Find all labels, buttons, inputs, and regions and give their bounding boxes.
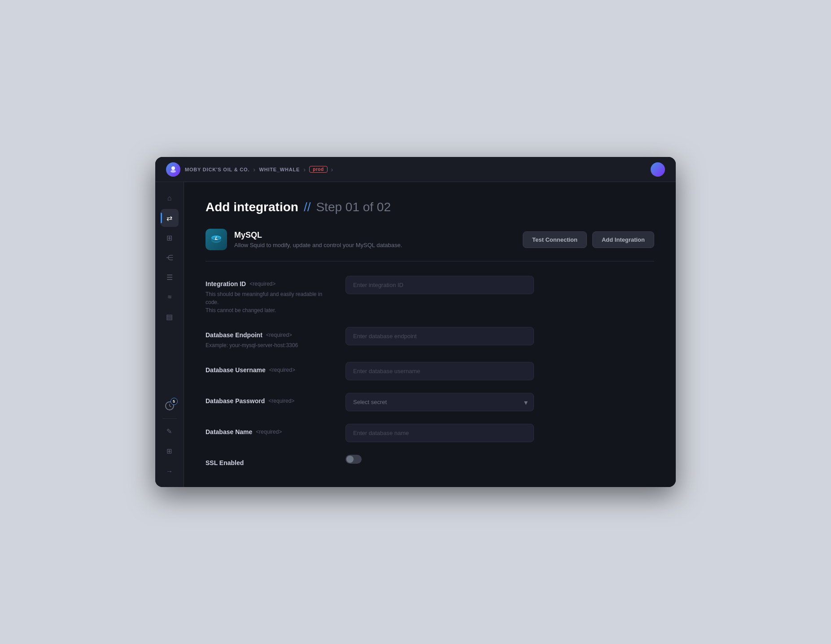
settings-icon: ⊞ xyxy=(166,447,172,455)
logo-icon xyxy=(166,162,180,177)
sidebar-divider xyxy=(162,418,177,419)
database-username-input[interactable] xyxy=(346,362,534,380)
label-text-ssl-enabled: SSL Enabled xyxy=(206,459,244,466)
form-row-integration-id: Integration ID <required> This should be… xyxy=(206,276,654,314)
database-endpoint-input[interactable] xyxy=(346,327,534,345)
form-input-col-database-name xyxy=(346,424,654,442)
form-hint-integration-id: This should be meaningful and easily rea… xyxy=(206,290,331,314)
database-name-input[interactable] xyxy=(346,424,534,442)
sidebar: ⌂ ⇄ ⊞ ⋲ ☰ ≋ ▤ xyxy=(155,182,184,487)
form-label-database-endpoint: Database Endpoint <required> xyxy=(206,331,331,339)
breadcrumb: MOBY DICK'S OIL & CO. › WHITE_WHALE › pr… xyxy=(185,166,333,173)
main-content: Add integration // Step 01 of 02 xyxy=(184,182,676,487)
form-label-col-ssl-enabled: SSL Enabled xyxy=(206,455,331,469)
grid-icon: ⊞ xyxy=(166,234,172,242)
sidebar-item-list[interactable]: ☰ xyxy=(161,268,179,286)
ssl-toggle[interactable] xyxy=(346,455,654,464)
page-title: Add integration // Step 01 of 02 xyxy=(206,200,654,214)
form-row-database-username: Database Username <required> xyxy=(206,362,654,380)
breadcrumb-env-badge[interactable]: prod xyxy=(309,166,327,173)
label-text-integration-id: Integration ID xyxy=(206,280,246,287)
required-tag-database-password: <required> xyxy=(268,398,294,404)
sidebar-item-grid[interactable]: ⊞ xyxy=(161,229,179,247)
integration-info: MySQL Allow Squid to modify, update and … xyxy=(206,229,402,250)
sidebar-item-home[interactable]: ⌂ xyxy=(161,189,179,207)
form-label-col-database-endpoint: Database Endpoint <required> Example: yo… xyxy=(206,327,331,349)
form-label-database-username: Database Username <required> xyxy=(206,366,331,374)
required-tag-integration-id: <required> xyxy=(249,281,276,287)
breadcrumb-project: WHITE_WHALE xyxy=(259,167,300,172)
form-label-col-database-name: Database Name <required> xyxy=(206,424,331,438)
form-hint-database-endpoint: Example: your-mysql-server-host:3306 xyxy=(206,341,331,349)
integration-id-input[interactable] xyxy=(346,276,534,294)
sidebar-item-report[interactable]: ▤ xyxy=(161,308,179,326)
sidebar-item-logout[interactable]: → xyxy=(161,462,179,480)
branch-icon: ⋲ xyxy=(166,253,173,262)
breadcrumb-company: MOBY DICK'S OIL & CO. xyxy=(185,167,249,172)
page-title-sub: Step 01 of 02 xyxy=(316,200,391,214)
home-icon: ⌂ xyxy=(167,194,172,202)
form-input-col-database-endpoint xyxy=(346,327,654,345)
label-text-database-password: Database Password xyxy=(206,397,265,405)
form-label-col-integration-id: Integration ID <required> This should be… xyxy=(206,276,331,314)
report-icon: ▤ xyxy=(166,313,173,321)
main-layout: ⌂ ⇄ ⊞ ⋲ ☰ ≋ ▤ xyxy=(155,182,676,487)
sidebar-item-wave[interactable]: ≋ xyxy=(161,288,179,306)
form-label-col-database-password: Database Password <required> xyxy=(206,393,331,407)
sidebar-item-person[interactable]: ✎ xyxy=(161,422,179,440)
form-row-ssl-enabled: SSL Enabled xyxy=(206,455,654,469)
breadcrumb-sep-2: › xyxy=(303,166,306,173)
sidebar-item-branch[interactable]: ⋲ xyxy=(161,248,179,266)
topbar-left: MOBY DICK'S OIL & CO. › WHITE_WHALE › pr… xyxy=(166,162,333,177)
integration-icon xyxy=(206,229,227,250)
sidebar-item-notifications[interactable]: 5 xyxy=(161,397,179,415)
breadcrumb-sep-1: › xyxy=(253,166,255,173)
required-tag-database-endpoint: <required> xyxy=(266,332,292,338)
form-label-col-database-username: Database Username <required> xyxy=(206,362,331,376)
integration-text: MySQL Allow Squid to modify, update and … xyxy=(234,231,402,248)
topbar-right xyxy=(651,162,665,177)
list-icon: ☰ xyxy=(166,273,173,282)
form-input-col-ssl-enabled xyxy=(346,455,654,464)
logout-icon: → xyxy=(166,467,173,475)
select-wrapper-database-password: Select secret xyxy=(346,393,534,411)
sidebar-bottom: 5 ✎ ⊞ → xyxy=(155,397,184,480)
notification-badge: 5 xyxy=(171,398,178,405)
svg-point-1 xyxy=(171,170,176,173)
person-icon: ✎ xyxy=(166,427,172,435)
breadcrumb-sep-3: › xyxy=(331,166,333,173)
transfer-icon: ⇄ xyxy=(166,214,172,222)
topbar: MOBY DICK'S OIL & CO. › WHITE_WHALE › pr… xyxy=(155,157,676,182)
integration-description: Allow Squid to modify, update and contro… xyxy=(234,242,402,248)
form-input-col-database-username xyxy=(346,362,654,380)
wave-icon: ≋ xyxy=(167,294,172,300)
required-tag-database-name: <required> xyxy=(256,429,282,435)
label-text-database-username: Database Username xyxy=(206,366,266,374)
user-avatar[interactable] xyxy=(651,162,665,177)
required-tag-database-username: <required> xyxy=(269,367,295,373)
label-text-database-endpoint: Database Endpoint xyxy=(206,331,262,339)
sidebar-top: ⌂ ⇄ ⊞ ⋲ ☰ ≋ ▤ xyxy=(155,189,184,326)
form-row-database-endpoint: Database Endpoint <required> Example: yo… xyxy=(206,327,654,349)
toggle-thumb-ssl xyxy=(346,456,354,463)
form-input-col-integration-id xyxy=(346,276,654,294)
page-title-main: Add integration xyxy=(206,200,298,214)
integration-name: MySQL xyxy=(234,231,402,240)
app-window: MOBY DICK'S OIL & CO. › WHITE_WHALE › pr… xyxy=(155,157,676,487)
toggle-track-ssl[interactable] xyxy=(346,455,362,464)
form-label-database-name: Database Name <required> xyxy=(206,428,331,435)
database-password-select[interactable]: Select secret xyxy=(346,393,534,411)
form-label-database-password: Database Password <required> xyxy=(206,397,331,405)
form-label-integration-id: Integration ID <required> xyxy=(206,280,331,287)
integration-header: MySQL Allow Squid to modify, update and … xyxy=(206,229,654,261)
test-connection-button[interactable]: Test Connection xyxy=(523,231,587,248)
form-label-ssl-enabled: SSL Enabled xyxy=(206,459,331,466)
form-row-database-name: Database Name <required> xyxy=(206,424,654,442)
form-section: Integration ID <required> This should be… xyxy=(206,276,654,469)
sidebar-item-settings[interactable]: ⊞ xyxy=(161,442,179,460)
svg-point-0 xyxy=(171,166,175,170)
label-text-database-name: Database Name xyxy=(206,428,252,435)
form-row-database-password: Database Password <required> Select secr… xyxy=(206,393,654,411)
sidebar-item-transfer[interactable]: ⇄ xyxy=(161,209,179,227)
add-integration-button[interactable]: Add Integration xyxy=(592,231,654,248)
